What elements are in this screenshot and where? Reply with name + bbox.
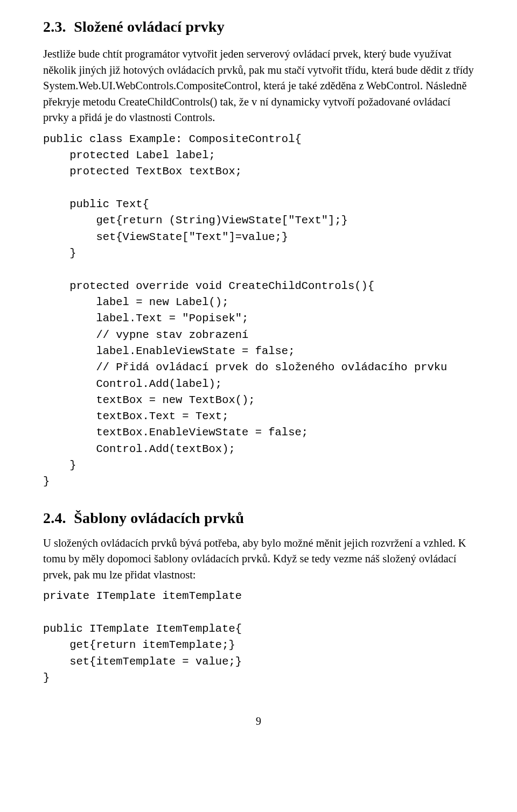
code-line: label = new Label(); xyxy=(43,296,228,308)
code-line: textBox = new TextBox(); xyxy=(43,394,255,406)
code-block-1: public class Example: CompositeControl{ … xyxy=(43,131,474,490)
heading-2-3: 2.3. Složené ovládací prvky xyxy=(43,18,474,36)
page-number: 9 xyxy=(43,715,474,728)
code-line: // vypne stav zobrazení xyxy=(43,329,248,341)
code-line: public class Example: CompositeControl{ xyxy=(43,133,302,145)
code-line: set{itemTemplate = value;} xyxy=(43,655,242,668)
code-block-2: private ITemplate itemTemplate public IT… xyxy=(43,588,474,686)
code-line: label.Text = "Popisek"; xyxy=(43,312,248,324)
page: 2.3. Složené ovládací prvky Jestliže bud… xyxy=(0,0,517,749)
code-line: protected override void CreateChildContr… xyxy=(43,280,374,292)
sec23-para1: Jestliže bude chtít programátor vytvořit… xyxy=(43,46,474,126)
code-line: Control.Add(label); xyxy=(43,378,222,390)
code-line: get{return itemTemplate;} xyxy=(43,639,235,651)
code-line: } xyxy=(43,475,50,488)
code-line: } xyxy=(43,459,76,471)
code-line: protected TextBox textBox; xyxy=(43,165,242,178)
heading-number: 2.4. xyxy=(43,510,66,526)
heading-2-4: 2.4. Šablony ovládacích prvků xyxy=(43,510,474,527)
heading-title: Složené ovládací prvky xyxy=(74,18,225,35)
code-line: } xyxy=(43,672,50,684)
code-line: get{return (String)ViewState["Text"];} xyxy=(43,214,348,227)
code-line: private ITemplate itemTemplate xyxy=(43,590,242,602)
code-line: // Přidá ovládací prvek do složeného ovl… xyxy=(43,361,447,373)
code-line: protected Label label; xyxy=(43,149,215,161)
code-line: label.EnableViewState = false; xyxy=(43,345,295,357)
heading-number: 2.3. xyxy=(43,18,66,35)
sec24-para1: U složených ovládacích prvků bývá potřeb… xyxy=(43,535,474,583)
heading-title: Šablony ovládacích prvků xyxy=(74,510,244,526)
code-line: set{ViewState["Text"]=value;} xyxy=(43,231,288,243)
code-line: public ITemplate ItemTemplate{ xyxy=(43,623,242,635)
code-line: Control.Add(textBox); xyxy=(43,443,235,455)
code-line: textBox.EnableViewState = false; xyxy=(43,426,308,439)
code-line: textBox.Text = Text; xyxy=(43,410,228,422)
code-line: public Text{ xyxy=(43,198,149,210)
code-line: } xyxy=(43,247,76,259)
